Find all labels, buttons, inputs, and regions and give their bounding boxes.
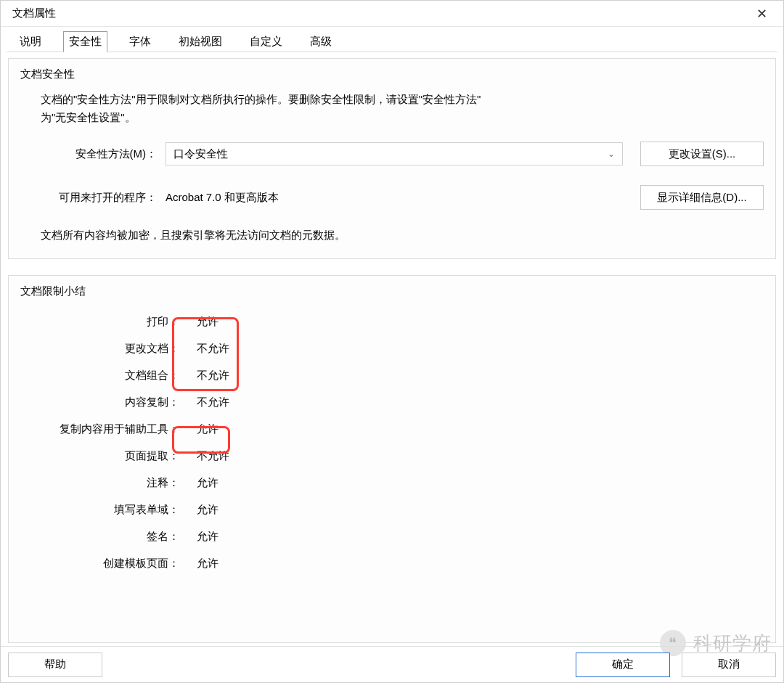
perm-row-change-doc: 更改文档： 不允许 [20,335,764,362]
titlebar: 文档属性 ✕ [1,1,783,27]
encryption-note: 文档所有内容均被加密，且搜索引擎将无法访问文档的元数据。 [41,229,764,242]
perm-row-doc-assembly: 文档组合： 不允许 [20,362,764,389]
open-with-label: 可用来打开的程序： [20,191,166,205]
perm-row-form-fill: 填写表单域： 允许 [20,496,764,523]
perm-label: 内容复制： [20,396,184,409]
close-icon[interactable]: ✕ [748,1,775,27]
security-method-select[interactable]: 口令安全性 ⌄ [166,142,623,165]
perm-label: 创建模板页面： [20,557,184,570]
restrictions-section-title: 文档限制小结 [20,285,764,298]
perm-label: 签名： [20,530,184,544]
perm-value: 允许 [184,476,248,490]
perm-row-content-copy: 内容复制： 不允许 [20,389,764,416]
perm-value: 允许 [184,422,248,436]
window-title: 文档属性 [9,7,56,20]
security-method-row: 安全性方法(M)： 口令安全性 ⌄ 更改设置(S)... [20,142,764,166]
security-desc-line2: 为"无安全性设置"。 [41,110,764,126]
tab-underline [7,52,777,52]
cancel-button[interactable]: 取消 [682,653,776,677]
perm-label: 更改文档： [20,342,184,356]
dialog-footer: 帮助 确定 取消 [1,646,783,682]
open-with-value: Acrobat 7.0 和更高版本 [166,191,623,205]
perm-row-create-template: 创建模板页面： 允许 [20,550,764,577]
chevron-down-icon: ⌄ [608,149,615,159]
perm-row-print: 打印： 允许 [20,308,764,335]
tab-description[interactable]: 说明 [14,31,47,52]
open-with-row: 可用来打开的程序： Acrobat 7.0 和更高版本 显示详细信息(D)... [20,185,764,210]
perm-value: 不允许 [184,396,248,409]
restrictions-pane: 文档限制小结 打印： 允许 更改文档： 不允许 文档组合： 不允许 内容复制： … [8,275,776,643]
perm-label: 打印： [20,315,184,329]
perm-value: 不允许 [184,369,248,383]
tab-custom[interactable]: 自定义 [244,31,288,52]
perm-value: 允许 [184,315,248,329]
perm-row-copy-accessibility: 复制内容用于辅助工具： 允许 [20,416,764,443]
security-method-label: 安全性方法(M)： [20,147,166,161]
show-details-button[interactable]: 显示详细信息(D)... [640,185,764,210]
perm-row-page-extract: 页面提取： 不允许 [20,443,764,470]
perm-value: 允许 [184,557,248,570]
perm-label: 文档组合： [20,369,184,383]
perm-label: 填写表单域： [20,503,184,517]
perm-row-sign: 签名： 允许 [20,523,764,550]
perm-value: 允许 [184,530,248,544]
perm-label: 注释： [20,476,184,490]
footer-right: 确定 取消 [576,653,776,677]
tab-initial-view[interactable]: 初始视图 [173,31,228,52]
security-pane: 文档安全性 文档的"安全性方法"用于限制对文档所执行的操作。要删除安全性限制，请… [8,58,776,259]
security-desc-line1: 文档的"安全性方法"用于限制对文档所执行的操作。要删除安全性限制，请设置"安全性… [41,91,764,108]
tab-security[interactable]: 安全性 [63,31,107,52]
help-button[interactable]: 帮助 [8,653,102,677]
tab-advanced[interactable]: 高级 [304,31,338,52]
dialog-window: 文档属性 ✕ 说明 安全性 字体 初始视图 自定义 高级 文档安全性 文档的"安… [0,0,784,683]
security-section-title: 文档安全性 [20,68,764,81]
perm-row-annotations: 注释： 允许 [20,470,764,496]
security-method-value: 口令安全性 [173,147,228,161]
permissions-table: 打印： 允许 更改文档： 不允许 文档组合： 不允许 内容复制： 不允许 复制内… [20,308,764,577]
perm-value: 不允许 [184,449,248,463]
perm-value: 不允许 [184,342,248,356]
perm-value: 允许 [184,503,248,517]
ok-button[interactable]: 确定 [576,653,670,677]
perm-label: 复制内容用于辅助工具： [20,422,184,436]
change-settings-button[interactable]: 更改设置(S)... [640,142,764,166]
tab-fonts[interactable]: 字体 [123,31,157,52]
perm-label: 页面提取： [20,449,184,463]
tab-bar: 说明 安全性 字体 初始视图 自定义 高级 [1,27,783,52]
